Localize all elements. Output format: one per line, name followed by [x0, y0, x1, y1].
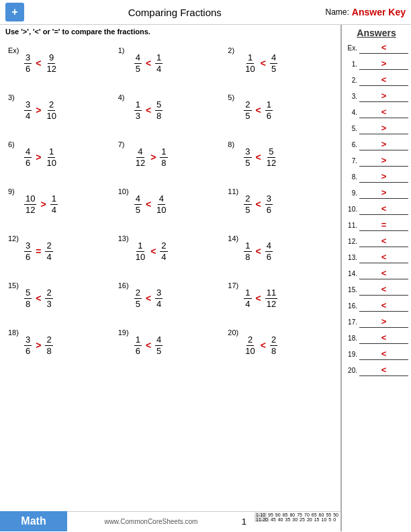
denominator-right: 5 — [155, 346, 163, 357]
compare-symbol: < — [34, 293, 42, 304]
problem-number: 6) — [8, 140, 21, 148]
numerator-right: 2 — [160, 240, 167, 252]
problem-cell: 10)45<410 — [116, 181, 226, 228]
answer-value: > — [381, 58, 387, 69]
answer-label: Ex. — [345, 44, 359, 52]
problem-number: 18) — [8, 328, 21, 337]
numerator-left: 4 — [136, 146, 144, 158]
fraction-compare: 25<16 — [244, 99, 273, 121]
score-range-1: 1-10 — [255, 513, 267, 517]
denominator-left: 10 — [134, 252, 146, 263]
answer-row: 1.> — [345, 57, 408, 71]
answer-row: 16.< — [345, 299, 408, 313]
compare-symbol: > — [34, 105, 42, 116]
denominator-left: 10 — [244, 64, 256, 75]
logo-icon: + — [5, 3, 24, 21]
answer-line: < — [359, 268, 408, 279]
answer-value: > — [381, 187, 387, 197]
compare-symbol: > — [34, 340, 42, 351]
denominator-right: 4 — [160, 252, 167, 263]
compare-symbol: > — [149, 152, 157, 163]
answer-row: 5.> — [345, 122, 408, 136]
fraction-left: 16 — [134, 335, 142, 356]
problem-number: 7) — [118, 140, 132, 148]
denominator-left: 6 — [24, 64, 32, 75]
answer-label: 6. — [345, 141, 359, 148]
numerator-right: 5 — [155, 99, 163, 111]
answer-row: 4.< — [345, 105, 408, 120]
denominator-left: 5 — [134, 64, 142, 75]
answer-line: < — [359, 236, 408, 247]
fraction-left: 46 — [24, 146, 32, 168]
denominator-right: 4 — [155, 64, 163, 75]
fraction-right: 110 — [45, 146, 57, 168]
fraction-compare: 210<28 — [244, 335, 277, 356]
problem-number: 11) — [228, 187, 241, 195]
answer-line: > — [359, 139, 408, 150]
denominator-left: 3 — [134, 111, 142, 122]
answer-row: 2.< — [345, 73, 408, 87]
denominator-right: 8 — [155, 111, 163, 122]
denominator-left: 6 — [24, 158, 32, 169]
answer-value: < — [381, 75, 387, 85]
numerator-right: 4 — [158, 193, 165, 205]
page-number: 1 — [235, 511, 253, 531]
problem-cell: 5)25<16 — [225, 87, 335, 134]
numerator-left: 5 — [24, 287, 32, 299]
compare-symbol: = — [34, 246, 42, 257]
denominator-right: 4 — [155, 299, 163, 310]
numerator-right: 2 — [45, 335, 52, 346]
problem-number: 19) — [118, 328, 132, 337]
answer-value: > — [381, 123, 387, 133]
fraction-right: 18 — [160, 146, 167, 168]
fraction-left: 25 — [134, 287, 142, 309]
fraction-left: 34 — [24, 99, 32, 121]
compare-symbol: < — [255, 105, 263, 116]
compare-symbol: < — [144, 293, 152, 304]
denominator-left: 8 — [244, 252, 251, 263]
fraction-left: 210 — [244, 335, 256, 356]
fraction-compare: 36<912 — [24, 52, 58, 74]
fraction-right: 34 — [155, 287, 163, 309]
problem-number: 10) — [118, 187, 132, 195]
fraction-compare: 58<23 — [24, 287, 53, 309]
fraction-right: 28 — [45, 335, 52, 356]
score-range-2: 11-20 — [255, 517, 269, 522]
answer-value: < — [381, 252, 387, 262]
fraction-left: 25 — [244, 99, 251, 121]
answer-value: < — [381, 236, 387, 246]
denominator-left: 5 — [134, 299, 142, 310]
problem-number: 12) — [8, 234, 21, 242]
answer-line: > — [359, 171, 408, 183]
answer-label: 16. — [345, 302, 359, 310]
problem-number: Ex) — [8, 46, 21, 54]
numerator-right: 4 — [270, 52, 277, 64]
compare-symbol: < — [255, 199, 263, 210]
answer-label: 13. — [345, 254, 359, 261]
answer-label: 18. — [345, 335, 359, 342]
fraction-compare: 46>110 — [24, 146, 58, 168]
content-area: Use '>', '<' or '=' to compare the fract… — [0, 25, 340, 531]
compare-symbol: < — [144, 199, 152, 210]
numerator-left: 1 — [244, 240, 251, 252]
answer-value: < — [381, 204, 387, 214]
problem-cell: Ex)36<912 — [5, 40, 116, 87]
fraction-left: 58 — [24, 287, 32, 309]
answer-row: 3.> — [345, 89, 408, 103]
problem-cell: 19)16<45 — [116, 322, 226, 369]
denominator-right: 8 — [45, 346, 52, 357]
answer-line: > — [359, 155, 408, 167]
fraction-compare: 25<36 — [244, 193, 273, 215]
answer-label: 19. — [345, 351, 359, 358]
denominator-left: 6 — [24, 346, 32, 357]
website-link: www.CommonCoreSheets.com — [67, 511, 235, 531]
problem-cell: 20)210<28 — [225, 322, 335, 369]
answer-row: 19.< — [345, 347, 408, 361]
answer-row: 18.< — [345, 331, 408, 345]
footer-bar: Math www.CommonCoreSheets.com 1 1-10 95 … — [0, 511, 340, 531]
problem-number: 20) — [228, 328, 241, 337]
denominator-right: 12 — [265, 158, 277, 169]
problem-number: 2) — [228, 46, 241, 54]
answer-value: < — [381, 42, 387, 52]
numerator-right: 1 — [48, 146, 55, 158]
